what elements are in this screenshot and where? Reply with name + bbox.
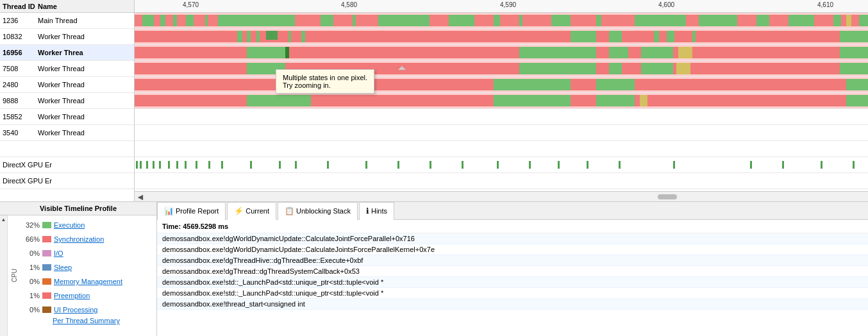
profile-item-preemption: 1% Preemption: [22, 289, 155, 303]
gpu-label-2: DirectX GPU Er: [3, 177, 52, 185]
col-thread-id: Thread ID: [3, 3, 38, 10]
profile-list: 32% Execution 66% Synchronization 0% I/O: [21, 215, 156, 336]
thread-id-3540: 3540: [3, 129, 38, 137]
link-memory[interactable]: Memory Management: [54, 278, 122, 285]
timeline-row-2480[interactable]: [135, 77, 868, 93]
timeline-row-gpu2[interactable]: [135, 173, 868, 189]
thread-name-16956: Worker Threa: [38, 49, 83, 56]
scroll-left-arrow[interactable]: ◄: [135, 192, 145, 202]
hints-icon: ℹ: [366, 206, 369, 215]
stack-item-6[interactable]: demossandbox.exe!thread_start<unsigned i…: [157, 299, 868, 310]
pct-sleep: 1%: [22, 264, 40, 271]
timeline-row-3540[interactable]: [135, 125, 868, 141]
thread-row-1236[interactable]: 1236 Main Thread: [0, 13, 134, 29]
tab-profile-report-label: Profile Report: [176, 207, 219, 215]
timeline-row-gpu1[interactable]: [135, 157, 868, 173]
link-execution[interactable]: Execution: [54, 221, 85, 229]
thread-name-9888: Worker Thread: [38, 97, 85, 105]
cpu-label-area: CPU: [8, 215, 21, 336]
link-io[interactable]: I/O: [54, 249, 63, 257]
thread-row-16956[interactable]: 16956 Worker Threa: [0, 45, 134, 61]
thread-row-10832[interactable]: 10832 Worker Thread: [0, 29, 134, 45]
tab-current-label: Current: [246, 207, 269, 215]
gpu-row-1: DirectX GPU Er: [0, 157, 134, 173]
link-sync[interactable]: Synchronization: [54, 235, 104, 243]
thread-id-15852: 15852: [3, 113, 38, 121]
tab-unblocking-stack[interactable]: 📋 Unblocking Stack: [278, 202, 358, 220]
timeline-row-9888[interactable]: [135, 93, 868, 109]
tab-profile-report[interactable]: 📊 Profile Report: [157, 202, 226, 220]
stack-item-5[interactable]: demossandbox.exe!std::_LaunchPad<std::un…: [157, 288, 868, 299]
tab-current[interactable]: ⚡ Current: [227, 202, 276, 220]
thread-name-2480: Worker Thread: [38, 81, 85, 88]
current-icon: ⚡: [234, 206, 244, 215]
thread-row-15852[interactable]: 15852 Worker Thread: [0, 109, 134, 125]
time-header: Time: 4569.5298 ms: [157, 220, 868, 233]
pct-preemption: 1%: [22, 292, 40, 299]
profile-item-sync: 66% Synchronization: [22, 232, 155, 246]
pct-memory: 0%: [22, 278, 40, 285]
thread-name-7508: Worker Thread: [38, 65, 85, 72]
thread-row-3540[interactable]: 3540 Worker Thread: [0, 125, 134, 141]
stack-item-4[interactable]: demossandbox.exe!std::_LaunchPad<std::un…: [157, 277, 868, 288]
pct-execution: 32%: [22, 221, 40, 229]
color-sleep: [42, 264, 51, 271]
color-preemption: [42, 292, 51, 299]
thread-id-10832: 10832: [3, 33, 38, 40]
timeline-row-7508[interactable]: [135, 61, 868, 77]
profile-content: ▲ CPU 32% Execution 66% Synchronization: [0, 215, 156, 336]
scroll-thumb[interactable]: [658, 194, 677, 199]
spacer-timeline: [135, 141, 868, 157]
profile-scrollbar[interactable]: ▲: [0, 215, 8, 336]
thread-id-7508: 7508: [3, 65, 38, 72]
stack-item-1[interactable]: demossandbox.exe!dgWorldDynamicUpdate::C…: [157, 244, 868, 255]
color-memory: [42, 278, 51, 285]
color-execution: [42, 222, 51, 228]
unblocking-icon: 📋: [285, 206, 294, 215]
profile-item-ui: 0% UI Processing: [22, 303, 155, 317]
per-thread-link[interactable]: Per Thread Summary: [22, 315, 120, 326]
thread-row-9888[interactable]: 9888 Worker Thread: [0, 93, 134, 109]
header-row: Thread ID Name: [0, 0, 134, 13]
timeline-row-10832[interactable]: [135, 29, 868, 45]
profile-item-sleep: 1% Sleep: [22, 260, 155, 274]
timeline-row-16956[interactable]: [135, 45, 868, 61]
right-panel: 4,570 4,580 4,590 4,600 4,610 Multiple s…: [135, 0, 868, 201]
tab-unblocking-label: Unblocking Stack: [296, 207, 351, 215]
stack-item-3[interactable]: demossandbox.exe!dgThread::dgThreadSyste…: [157, 266, 868, 277]
left-panel: Thread ID Name 1236 Main Thread 10832 Wo…: [0, 0, 135, 201]
per-thread-summary[interactable]: Per Thread Summary: [22, 317, 155, 324]
tick-4590: 4,590: [500, 1, 516, 8]
thread-id-2480: 2480: [3, 81, 38, 88]
thread-name-10832: Worker Thread: [38, 33, 85, 40]
scrollbar[interactable]: ◄: [135, 191, 868, 201]
bottom-panel: Visible Timeline Profile ▲ CPU 32% Execu…: [0, 202, 868, 336]
tabs-bar: 📊 Profile Report ⚡ Current 📋 Unblocking …: [157, 202, 868, 220]
stack-content: Time: 4569.5298 ms demossandbox.exe!dgWo…: [157, 220, 868, 336]
timeline-row-main[interactable]: [135, 13, 868, 29]
timeline-rows[interactable]: Multiple states in one pixel. Try zoomin…: [135, 13, 868, 191]
link-sleep[interactable]: Sleep: [54, 264, 72, 271]
profile-report-icon: 📊: [164, 206, 174, 215]
thread-name-1236: Main Thread: [38, 17, 78, 24]
tab-hints[interactable]: ℹ Hints: [359, 202, 394, 220]
scroll-up-arrow[interactable]: ▲: [1, 217, 6, 223]
timeline-row-15852[interactable]: [135, 109, 868, 125]
stack-item-2[interactable]: demossandbox.exe!dgThreadHive::dgThreadB…: [157, 255, 868, 266]
pct-ui: 0%: [22, 306, 40, 314]
thread-row-7508[interactable]: 7508 Worker Thread: [0, 61, 134, 77]
tick-4580: 4,580: [341, 1, 357, 8]
col-name: Name: [38, 3, 57, 10]
thread-name-3540: Worker Thread: [38, 129, 85, 137]
tick-4570: 4,570: [183, 1, 199, 8]
pct-io: 0%: [22, 249, 40, 257]
link-ui[interactable]: UI Processing: [54, 306, 97, 314]
profile-item-io: 0% I/O: [22, 246, 155, 260]
color-ui: [42, 307, 51, 313]
stack-item-0[interactable]: demossandbox.exe!dgWorldDynamicUpdate::C…: [157, 233, 868, 244]
link-preemption[interactable]: Preemption: [54, 292, 90, 299]
tick-4610: 4,610: [817, 1, 833, 8]
tick-4600: 4,600: [658, 1, 674, 8]
thread-row-2480[interactable]: 2480 Worker Thread: [0, 77, 134, 93]
tab-hints-label: Hints: [371, 207, 387, 215]
